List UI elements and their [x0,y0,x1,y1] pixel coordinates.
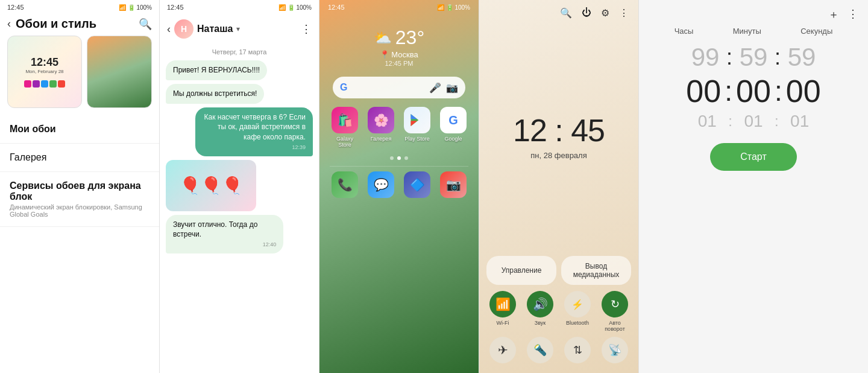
timer-main-colon-2: : [775,75,782,107]
app-item-gallery[interactable]: 🌸 Галерея [366,107,396,148]
quick-bt-label: Bluetooth [566,320,589,326]
timer-top-colon-2: : [775,45,781,70]
wp-preview-clock[interactable]: 12:45 Mon, February 28 [7,36,82,108]
phone-search-bar[interactable]: G 🎤 📷 [333,77,465,98]
lock-power-icon[interactable]: ⏻ [582,7,591,19]
search-icon[interactable]: 🔍 [139,18,152,31]
quick-airplane-icon: ✈ [489,337,516,363]
timer-col-seconds: Секунды [800,27,832,36]
timer-toolbar: ＋ ⋮ [649,7,858,27]
back-icon[interactable]: ‹ [7,18,11,30]
search-right-icons: 🎤 📷 [429,82,458,94]
lock-btn-control[interactable]: Управление [486,256,556,285]
msg-header: ‹ Н Наташа ▾ ⋮ [160,14,319,43]
app-label-play-store: Play Store [404,136,430,142]
timer-top-colon-1: : [726,45,732,70]
weather-time: 12:45 PM [385,60,413,67]
bubble-time-2: 12:40 [173,241,276,249]
camera-icon: 📷 [440,171,467,198]
quick-rotate-icon: ↻ [602,291,628,317]
back-icon-msg[interactable]: ‹ [167,23,171,36]
panel-title: Обои и стиль [16,17,96,31]
timer-sub-colon-1: : [728,113,732,130]
timer-main-seconds: 00 [782,73,825,109]
bubble-image: 🎈🎈🎈 [166,160,256,211]
gallery-icon: 🌸 [368,107,394,133]
phone-status-time: 12:45 [328,4,345,11]
menu-item-my-wallpapers[interactable]: Мои обои [0,115,159,144]
status-icons-1: 📶 🔋 100% [119,4,152,11]
wp-clock-time: 12:45 [31,56,58,69]
bubble-time-1: 12:39 [203,144,306,151]
menu-item-services[interactable]: Сервисы обоев для экрана блок Динамическ… [0,172,159,227]
chevron-down-icon[interactable]: ▾ [236,25,240,33]
timer-sub-seconds: 01 [779,112,821,131]
quick-icon-airplane[interactable]: ✈ [486,337,519,366]
panel-phone: 12:45 📶 🔋 100% ⛅ 23° 📍 Москва 12:45 PM G… [319,0,479,373]
panel-header-1: ‹ Обои и стиль 🔍 [0,14,159,36]
quick-sound-label: Звук [535,320,546,326]
timer-add-icon[interactable]: ＋ [828,7,839,22]
quick-icon-bluetooth[interactable]: ⚡ Bluetooth [561,291,594,332]
panel-lock: 🔍 ⏻ ⚙ ⋮ 12 : 45 пн, 28 февраля Управлени… [479,0,639,373]
more-icon-msg[interactable]: ⋮ [301,22,312,36]
location-icon: 📍 [380,50,389,59]
quick-icon-rotate[interactable]: ↻ Авто поворот [599,291,631,332]
wifi-icon: 📶 [119,4,126,11]
panel-messenger: 12:45 📶 🔋 100% ‹ Н Наташа ▾ ⋮ Четверг, 1… [160,0,319,373]
page-dot-1 [390,156,394,160]
panel-timer: ＋ ⋮ Часы Минуты Секунды 99 : 59 : 59 00 … [639,0,868,373]
phone-status-bar: 12:45 📶 🔋 100% [319,0,479,14]
app-label-gallery: Галерея [371,136,392,142]
timer-col-headers: Часы Минуты Секунды [649,27,858,40]
lock-quick-icons: 📶 Wi-Fi 🔊 Звук ⚡ Bluetooth ↻ Авто поворо… [479,291,638,373]
lock-time-display: 12 : 45 [513,112,605,148]
dock-samsung[interactable]: 🔷 [402,171,432,198]
lock-settings-icon[interactable]: ⚙ [601,7,609,19]
quick-rotate-label: Авто поворот [599,320,631,332]
dock-camera[interactable]: 📷 [438,171,468,198]
msg-header-left: ‹ Н Наташа ▾ [167,19,240,39]
contact-name: Наташа [197,24,233,34]
quick-icon-sound[interactable]: 🔊 Звук [524,291,556,332]
app-item-galaxy-store[interactable]: 🛍️ Galaxy Store [330,107,360,148]
status-bar-1: 12:45 📶 🔋 100% [0,0,159,14]
phone-icon: 📞 [332,171,358,198]
dock-phone[interactable]: 📞 [330,171,360,198]
app-label-galaxy-store: Galaxy Store [330,136,360,148]
menu-item-gallery[interactable]: Галерея [0,144,159,172]
quick-icon-data[interactable]: ⇅ [561,337,594,366]
phone-status-icons: 📶 🔋 100% [437,4,470,11]
status-time-1: 12:45 [7,4,24,11]
lock-search-icon[interactable]: 🔍 [560,7,572,19]
quick-wifi-icon: 📶 [489,291,516,317]
wp-clock-date: Mon, February 28 [25,69,63,74]
wp-preview-gradient[interactable] [87,36,152,108]
quick-torch-icon: 🔦 [527,337,553,363]
timer-col-minutes: Минуты [733,27,761,36]
lock-more-icon[interactable]: ⋮ [619,7,629,19]
timer-main-colon-1: : [725,75,732,107]
page-dots [390,156,408,160]
lock-date: пн, 28 февраля [530,151,587,160]
app-item-play-store[interactable]: Play Store [402,107,432,148]
timer-top-row: 99 : 59 : 59 [649,40,858,73]
weather-icon: ⛅ [374,30,392,46]
timer-more-icon[interactable]: ⋮ [848,7,858,22]
quick-icon-nfc[interactable]: 📡 [599,337,631,366]
weather-city: 📍 Москва [380,50,418,59]
page-dot-3 [404,156,408,160]
wifi-icon-2: 📶 [278,4,286,11]
lock-buttons: Управление Вывод медиаданных [479,256,638,291]
bubble-received-2: Мы должны встретиться! [166,84,264,104]
lock-btn-media[interactable]: Вывод медиаданных [561,256,631,285]
dock-messages[interactable]: 💬 [366,171,396,198]
app-item-google[interactable]: G Google [438,107,468,148]
timer-sub-hours: 01 [686,112,728,131]
quick-icon-torch[interactable]: 🔦 [524,337,556,366]
quick-icon-wifi[interactable]: 📶 Wi-Fi [486,291,519,332]
lock-hours: 12 [513,113,547,148]
lock-time-area: 12 : 45 пн, 28 февраля [479,22,638,256]
timer-start-button[interactable]: Старт [710,143,796,171]
panel-wallpaper: 12:45 📶 🔋 100% ‹ Обои и стиль 🔍 12:45 Mo… [0,0,160,373]
